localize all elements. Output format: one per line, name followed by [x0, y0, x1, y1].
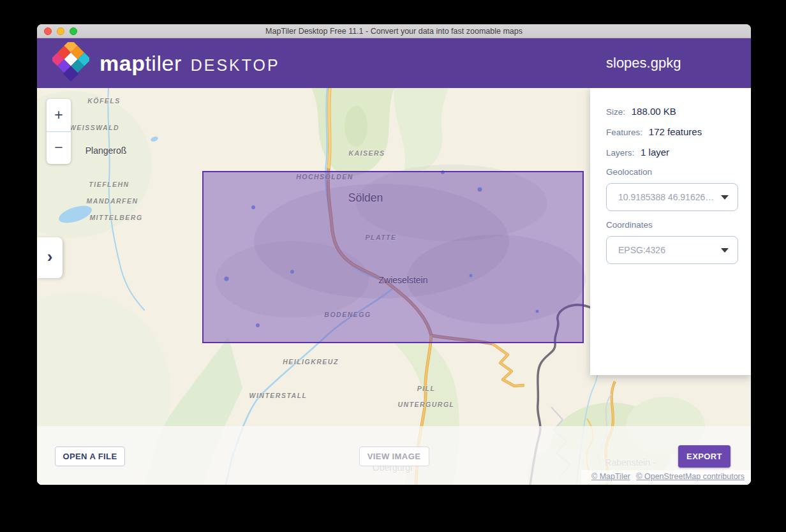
- geolocation-select[interactable]: 10.9185388 46.91626…: [606, 183, 738, 211]
- layers-label: Layers:: [606, 148, 634, 158]
- map-label: KÖFELS: [87, 97, 121, 105]
- geolocation-value: 10.9185388 46.91626…: [618, 192, 714, 202]
- wordmark-tiler: tiler: [145, 51, 181, 76]
- view-image-button[interactable]: VIEW IMAGE: [359, 447, 429, 466]
- features-field: Features: 172 features: [606, 126, 738, 137]
- wordmark: maptiler DESKTOP: [100, 51, 280, 76]
- open-filename: slopes.gpkg: [590, 55, 751, 71]
- minimize-window-button[interactable]: [57, 27, 64, 35]
- coordinates-select[interactable]: EPSG:4326: [606, 236, 738, 264]
- export-button[interactable]: EXPORT: [678, 445, 730, 468]
- map-area: KÖFELSWEISSWALDPlangeroßKAISERSTIEFLEHNM…: [37, 88, 751, 485]
- fullscreen-window-button[interactable]: [70, 27, 77, 35]
- expand-sidebar-button[interactable]: ›: [37, 237, 63, 278]
- close-window-button[interactable]: [44, 27, 52, 35]
- map-label: MITTELBERG: [89, 214, 142, 221]
- size-field: Size: 188.00 KB: [606, 106, 738, 117]
- titlebar: MapTiler Desktop Free 11.1 - Convert you…: [37, 24, 751, 38]
- maptiler-logo-icon: [52, 42, 89, 84]
- features-label: Features:: [606, 128, 642, 137]
- zoom-out-button[interactable]: −: [47, 132, 71, 165]
- layers-value: 1 layer: [641, 147, 669, 158]
- map-label: TIEFLEHN: [89, 181, 129, 188]
- zoom-control: + −: [47, 99, 71, 164]
- size-label: Size:: [606, 107, 625, 117]
- coordinates-label: Coordinates: [606, 220, 738, 230]
- map-label: PILL: [417, 385, 436, 392]
- selection-rectangle[interactable]: [202, 171, 584, 343]
- maptiler-brand: maptiler DESKTOP: [37, 42, 280, 84]
- map-label: HEILIGKREUZ: [283, 358, 339, 366]
- map-label: WINTERSTALL: [249, 392, 308, 399]
- app-window: MapTiler Desktop Free 11.1 - Convert you…: [37, 24, 751, 485]
- map-label: Plangeroß: [85, 145, 127, 156]
- open-a-file-button[interactable]: OPEN A FILE: [55, 447, 125, 466]
- window-title: MapTiler Desktop Free 11.1 - Convert you…: [37, 24, 751, 38]
- app-header: maptiler DESKTOP slopes.gpkg: [37, 38, 751, 88]
- map-attribution: © MapTiler © OpenStreetMap contributors: [581, 470, 751, 484]
- size-value: 188.00 KB: [632, 106, 676, 117]
- chevron-right-icon: ›: [47, 247, 53, 267]
- zoom-in-button[interactable]: +: [47, 99, 71, 131]
- details-panel: Size: 188.00 KB Features: 172 features L…: [590, 88, 751, 375]
- chevron-down-icon: [721, 248, 729, 253]
- osm-attribution-link[interactable]: © OpenStreetMap contributors: [636, 472, 745, 481]
- chevron-down-icon: [721, 195, 729, 200]
- map-label: MANDARFEN: [86, 197, 138, 205]
- wordmark-desktop: DESKTOP: [191, 56, 280, 75]
- features-value: 172 features: [649, 126, 702, 137]
- coordinates-value: EPSG:4326: [618, 245, 665, 255]
- map-label: WEISSWALD: [70, 124, 119, 131]
- geolocation-label: Geolocation: [606, 167, 738, 177]
- maptiler-attribution-link[interactable]: © MapTiler: [591, 472, 630, 481]
- map-label: KAISERS: [348, 149, 385, 157]
- layers-field: Layers: 1 layer: [606, 147, 738, 158]
- wordmark-map: map: [100, 51, 145, 76]
- map-label: UNTERGURGL: [397, 401, 454, 408]
